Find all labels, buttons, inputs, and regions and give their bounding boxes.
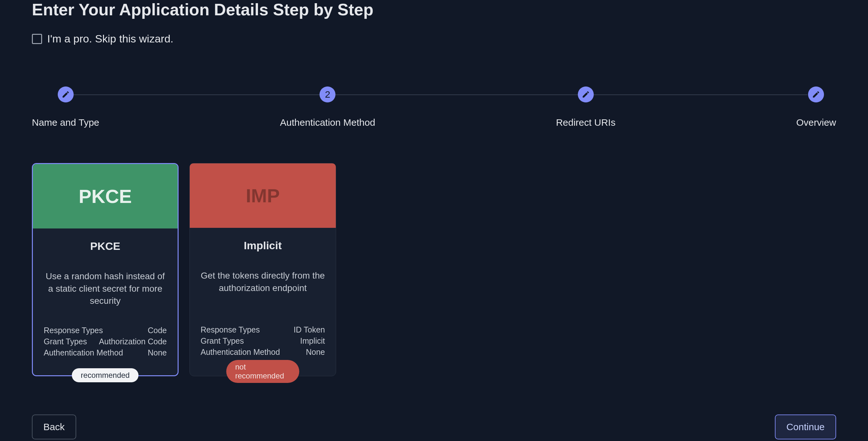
back-button[interactable]: Back [32,414,76,439]
detail-label: Response Types [44,326,103,335]
pencil-icon [808,86,824,102]
step-overview[interactable]: Overview [796,86,836,128]
card-header-text: IMP [246,185,280,207]
card-description: Get the tokens directly from the authori… [200,270,325,311]
skip-wizard-checkbox[interactable] [32,34,42,44]
skip-wizard-label: I'm a pro. Skip this wizard. [47,33,174,45]
card-header: PKCE [33,164,178,229]
step-label: Name and Type [32,117,99,128]
card-header-text: PKCE [79,185,132,207]
detail-value: Code [148,326,167,335]
detail-row-grant-types: Grant Types Authorization Code [44,337,167,346]
detail-row-response-types: Response Types Code [44,326,167,335]
wizard-stepper: Name and Type 2 Authentication Method Re… [32,86,836,128]
detail-value: Implicit [300,336,325,346]
detail-value: Authorization Code [99,337,167,346]
wizard-footer: Back Continue [32,414,836,439]
not-recommended-badge: not recommended [226,360,300,383]
skip-wizard-row[interactable]: I'm a pro. Skip this wizard. [32,33,836,45]
step-authentication-method[interactable]: 2 Authentication Method [280,86,375,128]
detail-label: Grant Types [200,336,244,346]
step-label: Authentication Method [280,117,375,128]
detail-label: Authentication Method [200,348,280,357]
detail-label: Grant Types [44,337,87,346]
detail-row-auth-method: Authentication Method None [200,348,325,357]
pencil-icon [578,86,594,102]
page-title: Enter Your Application Details Step by S… [32,0,836,19]
card-details: Response Types Code Grant Types Authoriz… [44,326,167,357]
detail-value: None [306,348,325,357]
card-description: Use a random hash instead of a static cl… [44,270,167,312]
detail-label: Authentication Method [44,348,123,357]
step-label: Redirect URIs [556,117,615,128]
step-label: Overview [796,117,836,128]
recommended-badge: recommended [72,368,138,382]
card-implicit[interactable]: IMP Implicit Get the tokens directly fro… [189,163,336,376]
continue-button[interactable]: Continue [775,414,836,439]
step-name-and-type[interactable]: Name and Type [32,86,99,128]
card-title: PKCE [90,240,120,253]
pencil-icon [58,86,74,102]
auth-method-cards: PKCE PKCE Use a random hash instead of a… [32,163,836,376]
card-pkce[interactable]: PKCE PKCE Use a random hash instead of a… [32,163,179,376]
detail-row-response-types: Response Types ID Token [200,325,325,334]
card-header: IMP [190,164,336,228]
card-title: Implicit [244,239,282,252]
detail-row-auth-method: Authentication Method None [44,348,167,357]
detail-row-grant-types: Grant Types Implicit [200,336,325,346]
detail-value: ID Token [294,325,325,334]
step-number-icon: 2 [319,86,336,102]
card-details: Response Types ID Token Grant Types Impl… [200,325,325,357]
detail-value: None [148,348,167,357]
detail-label: Response Types [200,325,260,334]
step-redirect-uris[interactable]: Redirect URIs [556,86,615,128]
